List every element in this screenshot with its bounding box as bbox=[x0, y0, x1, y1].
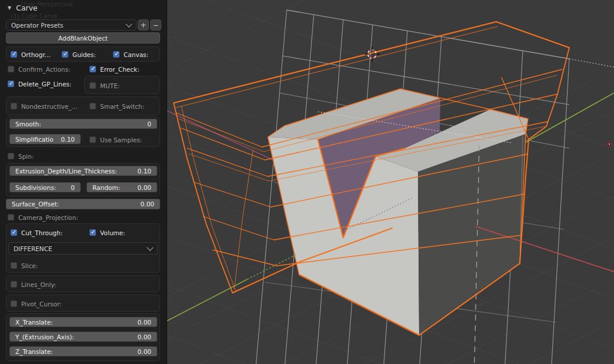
checkbox-icon bbox=[11, 262, 17, 269]
slider-value: 0.00 bbox=[138, 184, 151, 191]
slider-value: 0.10 bbox=[138, 168, 151, 175]
checkbox-guides[interactable]: Guides: bbox=[62, 51, 96, 58]
operator-presets-value: Operator Presets bbox=[11, 22, 64, 29]
chevron-down-icon bbox=[125, 21, 132, 27]
slider-label: Z_Translate: bbox=[15, 348, 53, 355]
collapse-triangle-icon: ▼ bbox=[8, 5, 11, 11]
checkbox-icon bbox=[8, 214, 14, 221]
checkbox-error-check[interactable]: Error_Check: bbox=[89, 65, 140, 73]
checkbox-icon bbox=[11, 51, 17, 58]
checkbox-nondestructive[interactable]: Nondestructive_... bbox=[11, 102, 77, 110]
carve-operator-panel: User Perspective (1) Cube Carve ▼ Carve … bbox=[0, 0, 167, 364]
slider-value: 0.00 bbox=[138, 319, 151, 326]
checkbox-mute[interactable]: MUTE: bbox=[89, 82, 120, 89]
slider-value: 0.10 bbox=[61, 136, 75, 143]
panel-title: Carve bbox=[16, 4, 38, 12]
checkbox-icon bbox=[89, 136, 96, 143]
checkbox-icon bbox=[8, 81, 14, 87]
slider-label: Simplificatio bbox=[15, 136, 54, 143]
extrusion-depth-slider[interactable]: Extrusion_Depth/Line_Thickness: 0.10 bbox=[9, 166, 157, 176]
checkbox-canvas[interactable]: Canvas: bbox=[113, 51, 148, 58]
checkbox-delete-gp-lines[interactable]: Delete_GP_Lines: bbox=[8, 80, 71, 88]
checkbox-icon bbox=[8, 66, 14, 72]
z-translate-slider[interactable]: Z_Translate: 0.00 bbox=[9, 346, 157, 356]
checkbox-slice[interactable]: Slice: bbox=[11, 262, 38, 269]
checkbox-pivot-cursor[interactable]: Pivot_Cursor: bbox=[11, 300, 62, 308]
checkbox-use-samples[interactable]: Use Samples: bbox=[89, 136, 142, 143]
checkbox-orthographic[interactable]: Orthogr... bbox=[11, 51, 51, 58]
checkbox-icon bbox=[11, 281, 17, 288]
checkbox-smart-switch[interactable]: Smart_Switch: bbox=[89, 102, 144, 110]
slider-label: Smooth: bbox=[15, 121, 41, 128]
boolean-mode-value: DIFFERENCE bbox=[14, 245, 52, 252]
slider-label: Extrusion_Depth/Line_Thickness: bbox=[15, 168, 117, 175]
smooth-slider[interactable]: Smooth: 0 bbox=[9, 119, 157, 129]
add-blank-object-button[interactable]: AddBlankObject bbox=[6, 32, 160, 44]
object-origin-dot bbox=[607, 142, 611, 146]
checkbox-icon bbox=[89, 103, 96, 109]
boolean-mode-dropdown[interactable]: DIFFERENCE bbox=[8, 242, 158, 255]
checkbox-icon bbox=[89, 229, 96, 236]
blender-window: User Perspective (1) Cube Carve ▼ Carve … bbox=[0, 0, 614, 364]
checkbox-cut-through[interactable]: Cut_Through: bbox=[11, 229, 62, 236]
checkbox-icon bbox=[62, 51, 68, 58]
random-slider[interactable]: Random: 0.00 bbox=[87, 182, 157, 192]
subdivisions-slider[interactable]: Subdivisions: 0 bbox=[9, 182, 81, 192]
slider-label: Surface_Offset: bbox=[12, 201, 59, 208]
chevron-down-icon bbox=[147, 244, 153, 251]
checkbox-icon bbox=[11, 300, 17, 307]
y-extrusion-axis-slider[interactable]: Y_(Extrusion_Axis): 0.00 bbox=[9, 332, 157, 342]
checkbox-icon bbox=[89, 66, 96, 72]
checkbox-icon bbox=[113, 51, 120, 58]
viewport-object-label: (1) Cube Carve bbox=[11, 12, 57, 19]
slider-label: Y_(Extrusion_Axis): bbox=[15, 333, 74, 340]
operator-presets-dropdown[interactable]: Operator Presets bbox=[6, 19, 137, 31]
checkbox-icon bbox=[11, 229, 17, 236]
slider-label: X_Translate: bbox=[15, 319, 53, 326]
checkbox-volume[interactable]: Volume: bbox=[89, 229, 125, 236]
checkbox-icon bbox=[8, 153, 14, 159]
preset-remove-button[interactable]: − bbox=[150, 19, 161, 31]
checkbox-confirm-actions[interactable]: Confirm_Actions: bbox=[8, 65, 71, 73]
slider-label: Subdivisions: bbox=[15, 184, 56, 191]
slider-value: 0.00 bbox=[138, 333, 151, 340]
checkbox-camera-projection[interactable]: Camera_Projection: bbox=[8, 213, 78, 221]
checkbox-spin[interactable]: Spin: bbox=[8, 152, 34, 160]
slider-label: Random: bbox=[92, 184, 120, 191]
slider-value: 0.00 bbox=[138, 348, 151, 355]
checkbox-lines-only[interactable]: Lines_Only: bbox=[11, 280, 56, 288]
slider-value: 0 bbox=[147, 121, 151, 128]
surface-offset-slider[interactable]: Surface_Offset: 0.00 bbox=[6, 199, 160, 209]
checkbox-icon bbox=[11, 103, 17, 109]
checkbox-icon bbox=[89, 82, 96, 89]
slider-value: 0.00 bbox=[141, 201, 154, 208]
preset-add-button[interactable]: + bbox=[138, 19, 149, 31]
panel-header[interactable]: ▼ Carve bbox=[8, 4, 38, 12]
simplification-slider[interactable]: Simplificatio 0.10 bbox=[9, 134, 81, 144]
x-translate-slider[interactable]: X_Translate: 0.00 bbox=[9, 317, 157, 327]
slider-value: 0 bbox=[71, 184, 75, 191]
